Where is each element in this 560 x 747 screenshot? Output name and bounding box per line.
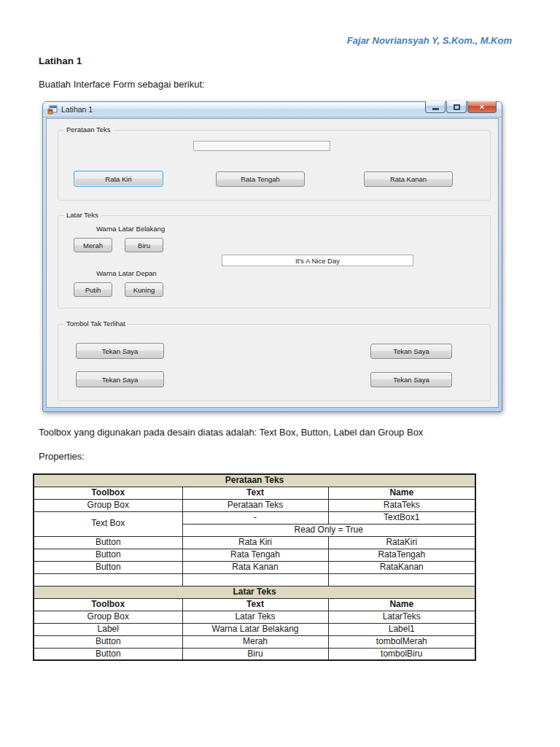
properties-label: Properties:	[39, 451, 85, 462]
tekan-saya-button-bottom-left[interactable]: Tekan Saya	[76, 371, 164, 387]
groupbox-tombol-tak-terlihat-label: Tombol Tak Terlihat	[64, 320, 128, 328]
cell-name: tombolMerah	[328, 635, 475, 648]
rata-tengah-button[interactable]: Rata Tengah	[216, 171, 305, 187]
cell-text: Rata Kanan	[182, 561, 328, 573]
col-header-text: Text	[182, 598, 328, 611]
cell-text: Biru	[182, 648, 328, 660]
textbox1-readonly[interactable]	[193, 141, 330, 151]
cell-text: Warna Latar Belakang	[182, 623, 328, 635]
biru-button[interactable]: Biru	[125, 238, 163, 252]
cell-toolbox: Button	[34, 536, 182, 549]
author-header: Fajar Novriansyah Y, S.Kom., M.Kom	[347, 35, 512, 46]
table-row: Button Merah tombolMerah	[34, 635, 475, 648]
cell-text: Merah	[182, 635, 328, 648]
cell-toolbox: Button	[34, 561, 182, 573]
tekan-saya-button-top-right[interactable]: Tekan Saya	[370, 344, 452, 359]
col-header-name: Name	[328, 598, 475, 611]
groupbox-perataan-teks: Perataan Teks Rata Kiri Rata Tengah Rata…	[58, 130, 491, 201]
minimize-icon	[432, 108, 439, 110]
cell-empty	[34, 573, 182, 586]
cell-text: Perataan Teks	[182, 499, 328, 511]
kuning-button[interactable]: Kuning	[125, 282, 163, 297]
merah-button[interactable]: Merah	[74, 238, 112, 252]
section-title: Perataan Teks	[34, 474, 475, 487]
form-window: Latihan 1 ✕ Perataan Teks Rata Kiri Rata…	[42, 101, 502, 412]
warna-latar-depan-label: Warna Latar Depan	[96, 269, 157, 277]
cell-name: TextBox1	[328, 511, 475, 524]
caption-buttons: ✕	[424, 101, 497, 113]
col-header-toolbox: Toolbox	[34, 487, 182, 499]
table-row: Group Box Latar Teks LatarTeks	[34, 611, 475, 623]
cell-toolbox: Group Box	[34, 499, 182, 511]
form-client-area: Perataan Teks Rata Kiri Rata Tengah Rata…	[46, 118, 499, 408]
groupbox-tombol-tak-terlihat: Tombol Tak Terlihat Tekan Saya Tekan Say…	[58, 324, 491, 401]
groupbox-latar-teks-label: Latar Teks	[64, 211, 101, 220]
cell-property-note: Read Only = True	[182, 524, 475, 536]
table-row-empty	[34, 573, 475, 586]
nice-day-textbox[interactable]: It's A Nice Day	[222, 255, 413, 266]
cell-toolbox: Button	[34, 648, 182, 660]
cell-text: Latar Teks	[182, 611, 328, 623]
table-row: Label Warna Latar Belakang Label1	[34, 623, 475, 635]
cell-name: RataKiri	[328, 536, 475, 549]
cell-name: Label1	[328, 623, 475, 635]
table-row: Text Box - TextBox1	[34, 511, 475, 524]
cell-empty	[182, 573, 328, 586]
table-row: Toolbox Text Name	[34, 598, 475, 611]
toolbox-note: Toolbox yang digunakan pada desain diata…	[39, 427, 423, 438]
col-header-toolbox: Toolbox	[34, 598, 182, 611]
minimize-button[interactable]	[425, 101, 446, 113]
close-button[interactable]: ✕	[467, 101, 497, 113]
properties-table: Perataan Teks Toolbox Text Name Group Bo…	[33, 473, 476, 661]
cell-name: RataTeks	[328, 499, 475, 511]
cell-name: LatarTeks	[328, 611, 475, 623]
table-row: Button Biru tombolBiru	[34, 648, 475, 660]
table-row: Group Box Perataan Teks RataTeks	[34, 499, 475, 511]
table-section-perataan-teks: Perataan Teks	[34, 474, 475, 487]
tekan-saya-button-bottom-right[interactable]: Tekan Saya	[370, 372, 452, 387]
rata-kanan-button[interactable]: Rata Kanan	[364, 171, 453, 187]
window-title: Latihan 1	[61, 105, 93, 114]
cell-toolbox: Label	[34, 623, 182, 635]
table-row: Toolbox Text Name	[34, 487, 475, 499]
maximize-icon	[454, 104, 460, 110]
maximize-button[interactable]	[446, 101, 467, 113]
cell-name: RataKanan	[328, 561, 475, 573]
cell-empty	[328, 573, 475, 586]
document-page: Fajar Novriansyah Y, S.Kom., M.Kom Latih…	[0, 0, 560, 747]
section-title: Latar Teks	[34, 586, 475, 598]
warna-latar-belakang-label: Warna Latar Belakang	[96, 225, 165, 233]
cell-text: Rata Kiri	[182, 536, 328, 549]
cell-name: tombolBiru	[328, 648, 475, 660]
cell-text: Rata Tengah	[182, 549, 328, 561]
cell-name: RataTengah	[328, 549, 475, 561]
table-section-latar-teks: Latar Teks	[34, 586, 475, 598]
close-icon: ✕	[479, 104, 485, 111]
winforms-form-icon	[47, 105, 58, 115]
cell-toolbox: Button	[34, 635, 182, 648]
putih-button[interactable]: Putih	[74, 282, 112, 297]
cell-toolbox: Text Box	[34, 511, 182, 536]
table-row: Button Rata Tengah RataTengah	[34, 549, 475, 561]
cell-toolbox: Button	[34, 549, 182, 561]
groupbox-latar-teks: Latar Teks Warna Latar Belakang Merah Bi…	[58, 215, 491, 309]
intro-text: Buatlah Interface Form sebagai berikut:	[39, 79, 205, 90]
cell-text: -	[182, 511, 328, 524]
rata-kiri-button[interactable]: Rata Kiri	[74, 171, 163, 187]
tekan-saya-button-top-left[interactable]: Tekan Saya	[76, 343, 164, 359]
cell-toolbox: Group Box	[34, 611, 182, 623]
page-title: Latihan 1	[39, 55, 82, 66]
col-header-name: Name	[328, 487, 475, 499]
groupbox-perataan-teks-label: Perataan Teks	[64, 125, 113, 134]
col-header-text: Text	[182, 487, 328, 499]
table-row: Button Rata Kanan RataKanan	[34, 561, 475, 573]
window-titlebar[interactable]: Latihan 1 ✕	[43, 102, 502, 117]
table-row: Button Rata Kiri RataKiri	[34, 536, 475, 549]
